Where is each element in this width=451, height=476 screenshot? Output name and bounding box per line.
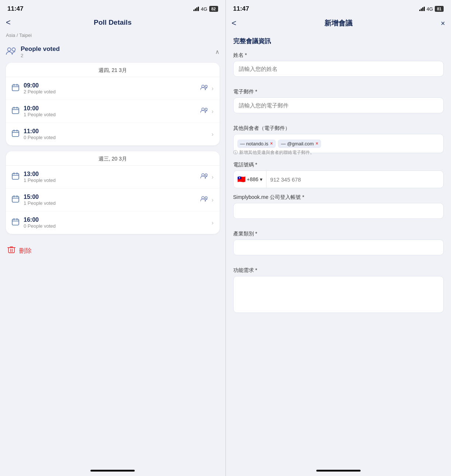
slot-info: 10:00 1 People voted bbox=[24, 105, 200, 117]
right-content: 完整會議資訊 姓名 * 電子郵件 * 其他與會者（電子郵件） — notando… bbox=[226, 32, 451, 467]
slot-people-icon bbox=[200, 173, 208, 181]
time-slot[interactable]: 09:00 2 People voted › bbox=[6, 77, 220, 100]
tag-text: — @gmail.com bbox=[281, 141, 314, 146]
tag-remove-button[interactable]: × bbox=[316, 141, 318, 146]
phone-number-input[interactable] bbox=[266, 172, 443, 187]
left-signal-icon bbox=[193, 7, 199, 11]
info-icon: ⓘ bbox=[233, 149, 238, 156]
left-status-bar: 11:47 4G 82 bbox=[0, 0, 226, 15]
slot-chevron-icon: › bbox=[211, 131, 213, 138]
left-status-icons: 4G 82 bbox=[193, 6, 218, 12]
phone-country-selector[interactable]: 🇹🇼 +886 ▾ bbox=[234, 171, 267, 188]
tag-text: — notando.is bbox=[240, 141, 269, 146]
svg-point-7 bbox=[205, 108, 207, 110]
slot-chevron-icon: › bbox=[211, 220, 213, 226]
slot-info: 16:00 0 People voted bbox=[24, 217, 211, 229]
slot-info: 11:00 0 People voted bbox=[24, 128, 211, 140]
slot-right: › bbox=[200, 84, 213, 92]
email-input[interactable] bbox=[233, 97, 444, 113]
calendar-icon bbox=[12, 130, 19, 139]
calendar-icon bbox=[12, 172, 19, 182]
form-section-title: 完整會議資訊 bbox=[233, 37, 444, 45]
trash-icon bbox=[7, 246, 16, 256]
simplybook-label: Simplybook.me 公司登入帳號 * bbox=[233, 194, 444, 201]
phone-label: 電話號碼 * bbox=[233, 162, 444, 168]
right-status-bar: 11:47 4G 81 bbox=[226, 0, 451, 15]
name-input[interactable] bbox=[233, 61, 444, 77]
other-emails-group: 其他與會者（電子郵件） — notando.is × — @gmail.com … bbox=[233, 125, 444, 156]
slot-chevron-icon: › bbox=[211, 197, 213, 203]
time-slot[interactable]: 16:00 0 People voted › bbox=[6, 211, 220, 234]
people-voted-count: 2 bbox=[21, 53, 60, 58]
slot-chevron-icon: › bbox=[211, 85, 213, 92]
svg-rect-16 bbox=[8, 248, 14, 253]
slot-time-label: 15:00 bbox=[24, 194, 200, 200]
svg-point-11 bbox=[205, 174, 207, 176]
industry-label: 產業類別 * bbox=[233, 231, 444, 237]
right-close-button[interactable]: × bbox=[441, 19, 445, 28]
slot-votes-label: 2 People voted bbox=[24, 89, 200, 94]
calendar-icon bbox=[12, 107, 19, 116]
dropdown-icon: ▾ bbox=[260, 176, 262, 182]
other-emails-label: 其他與會者（電子郵件） bbox=[233, 125, 444, 132]
left-battery: 82 bbox=[209, 6, 218, 12]
features-field-group: 功能需求 * bbox=[233, 267, 444, 320]
time-card-thu: 週四, 21 3月 09:00 2 People voted bbox=[6, 63, 220, 145]
phone-field-group: 電話號碼 * 🇹🇼 +886 ▾ bbox=[233, 162, 444, 188]
left-time: 11:47 bbox=[7, 5, 23, 13]
slot-time-label: 16:00 bbox=[24, 217, 211, 223]
right-status-icons: 4G 81 bbox=[419, 6, 444, 12]
right-time: 11:47 bbox=[233, 5, 249, 13]
section-header-left: People voted 2 bbox=[6, 45, 60, 58]
name-label: 姓名 * bbox=[233, 52, 444, 59]
time-slot[interactable]: 10:00 1 People voted › bbox=[6, 100, 220, 123]
slot-people-icon bbox=[200, 84, 208, 92]
time-slot[interactable]: 15:00 1 People voted › bbox=[6, 189, 220, 211]
slot-time-label: 13:00 bbox=[24, 171, 200, 177]
svg-rect-12 bbox=[12, 196, 19, 202]
svg-rect-9 bbox=[12, 173, 19, 179]
slot-info: 15:00 1 People voted bbox=[24, 194, 200, 206]
people-voted-icon bbox=[6, 47, 16, 57]
slot-votes-label: 0 People voted bbox=[24, 223, 211, 229]
calendar-icon bbox=[12, 84, 19, 93]
slot-time-label: 10:00 bbox=[24, 105, 200, 112]
svg-point-4 bbox=[205, 85, 207, 87]
left-back-button[interactable]: < bbox=[6, 18, 11, 27]
right-screen: 11:47 4G 81 < 新增會議 × 完整會議資訊 姓名 * 電子郵件 * bbox=[226, 0, 451, 476]
left-screen: 11:47 4G 82 < Poll Details Asia / Taipei bbox=[0, 0, 226, 476]
email-field-group: 電子郵件 * bbox=[233, 89, 444, 119]
right-home-indicator bbox=[226, 467, 451, 476]
svg-point-14 bbox=[205, 197, 207, 199]
simplybook-input[interactable] bbox=[233, 203, 444, 219]
slot-people-icon bbox=[200, 196, 208, 204]
slot-chevron-icon: › bbox=[211, 108, 213, 115]
slot-right: › bbox=[200, 173, 213, 181]
left-content: Asia / Taipei People voted 2 ∧ bbox=[0, 31, 226, 467]
slot-chevron-icon: › bbox=[211, 174, 213, 180]
slot-right: › bbox=[200, 196, 213, 204]
right-header: < 新增會議 × bbox=[226, 15, 451, 32]
tag-remove-button[interactable]: × bbox=[270, 141, 273, 146]
email-label: 電子郵件 * bbox=[233, 89, 444, 95]
time-slot[interactable]: 11:00 0 People voted › bbox=[6, 123, 220, 145]
collapse-chevron-icon[interactable]: ∧ bbox=[215, 48, 220, 55]
right-back-button[interactable]: < bbox=[232, 18, 237, 28]
svg-rect-15 bbox=[12, 219, 19, 225]
people-voted-label: People voted bbox=[21, 45, 60, 53]
slot-votes-label: 1 People voted bbox=[24, 200, 200, 206]
features-textarea[interactable] bbox=[233, 276, 444, 313]
industry-input[interactable] bbox=[233, 239, 444, 255]
right-signal-icon bbox=[419, 7, 425, 11]
left-header: < Poll Details bbox=[0, 15, 226, 31]
simplybook-field-group: Simplybook.me 公司登入帳號 * bbox=[233, 194, 444, 225]
delete-section[interactable]: 刪除 bbox=[6, 240, 220, 262]
time-slot[interactable]: 13:00 1 People voted › bbox=[6, 166, 220, 189]
time-card-wed: 週三, 20 3月 13:00 1 People voted bbox=[6, 151, 220, 234]
slot-right: › bbox=[211, 131, 213, 138]
country-code-label: +886 bbox=[247, 176, 259, 182]
slot-votes-label: 0 People voted bbox=[24, 135, 211, 140]
right-battery: 81 bbox=[435, 6, 444, 12]
delete-label[interactable]: 刪除 bbox=[19, 246, 32, 255]
section-title-group: People voted 2 bbox=[21, 45, 60, 58]
